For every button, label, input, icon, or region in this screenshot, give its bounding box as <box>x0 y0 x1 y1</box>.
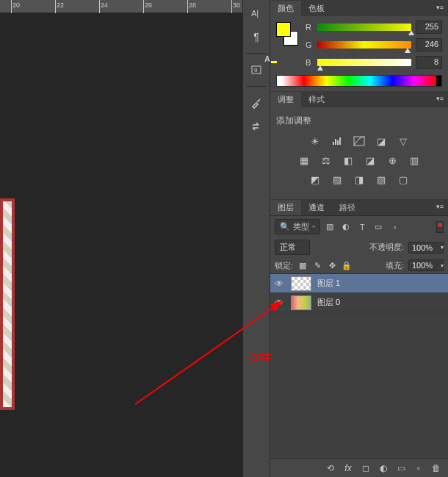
levels-icon[interactable] <box>330 135 344 148</box>
channel-mixer-icon[interactable]: ⊕ <box>385 154 400 167</box>
b-label: B <box>306 58 313 67</box>
ruler-tick-label: 22 <box>57 1 64 9</box>
document-content[interactable] <box>0 198 15 410</box>
tab-channels[interactable]: 通道 <box>301 200 332 215</box>
tab-paths[interactable]: 路径 <box>332 200 363 215</box>
text-color-icon[interactable]: A <box>264 54 277 63</box>
g-value[interactable]: 246 <box>416 38 442 51</box>
ruler-tick-label: 28 <box>189 1 196 9</box>
ruler-tick-label: 26 <box>145 1 152 9</box>
lock-paint-icon[interactable]: ✎ <box>312 260 322 270</box>
layer-row[interactable]: 👁 图层 1 <box>270 274 448 293</box>
tab-adjustments[interactable]: 调整 <box>270 92 301 107</box>
lock-fill-row: 锁定: ▩ ✎ ✥ 🔒 填充: 100% ▾ <box>270 257 448 273</box>
lock-label: 锁定: <box>275 260 293 271</box>
brightness-icon[interactable]: ☀ <box>308 135 322 148</box>
adjust-panel-tabs: 调整 样式 ▾≡ <box>270 91 448 107</box>
visibility-icon[interactable]: 👁 <box>275 298 285 308</box>
r-label: R <box>306 23 313 32</box>
horizontal-ruler[interactable]: 20 22 24 26 28 30 <box>0 0 242 13</box>
layer-row[interactable]: 👁 图层 0 <box>270 293 448 312</box>
filter-shape-icon[interactable]: ▭ <box>372 220 385 234</box>
chevron-down-icon[interactable]: ▾ <box>441 244 444 251</box>
glyphs-icon[interactable]: 9 <box>248 61 265 79</box>
color-lookup-icon[interactable]: ▥ <box>407 154 422 167</box>
balance-icon[interactable]: ⚖ <box>319 154 333 167</box>
ruler-tick-label: 20 <box>12 1 20 9</box>
layers-list[interactable]: 👁 图层 1 👁 图层 0 <box>270 273 448 458</box>
photo-filter-icon[interactable]: ◪ <box>363 154 377 167</box>
blend-mode-select[interactable]: 正常 <box>275 240 310 255</box>
chevron-down-icon[interactable]: ▾ <box>441 262 444 269</box>
filter-type-icon[interactable]: T <box>355 220 369 234</box>
panel-menu-icon[interactable]: ▾≡ <box>435 93 445 104</box>
lock-position-icon[interactable]: ✥ <box>327 260 337 270</box>
opacity-label: 不透明度: <box>369 242 404 253</box>
paragraph-icon[interactable]: ¶ <box>248 28 265 46</box>
layer-thumbnail[interactable] <box>291 295 311 310</box>
color-panel-tabs: 颜色 色板 ▾≡ <box>270 0 448 16</box>
adjustments-panel: 添加调整 ☀ ◪ ▽ ▦ ⚖ ◧ ◪ ⊕ ▥ ◩ ▨ ◨ ▧ ▢ <box>270 107 448 199</box>
lock-all-icon[interactable]: 🔒 <box>342 260 352 270</box>
filter-adjust-icon[interactable]: ◐ <box>339 220 353 234</box>
layers-bottom-bar: ⟲ fx ◻ ◐ ▭ ▫ 🗑 <box>270 458 448 477</box>
swap-icon[interactable] <box>248 118 265 135</box>
bw-icon[interactable]: ◧ <box>341 154 355 167</box>
tab-layers[interactable]: 图层 <box>270 200 301 215</box>
foreground-color-swatch[interactable] <box>276 22 291 37</box>
blend-opacity-row: 正常 ÷ 不透明度: 100% ▾ <box>270 237 448 257</box>
opacity-input[interactable]: 100% <box>408 242 444 254</box>
filter-smart-icon[interactable]: ▫ <box>388 220 401 234</box>
trash-icon[interactable]: 🗑 <box>430 462 442 474</box>
layer-name[interactable]: 图层 1 <box>317 278 340 289</box>
brush-icon[interactable] <box>248 94 265 112</box>
layer-name[interactable]: 图层 0 <box>317 297 340 308</box>
kind-filter[interactable]: 🔍类型÷ <box>275 219 320 234</box>
group-icon[interactable]: ▭ <box>395 462 407 474</box>
fill-input[interactable]: 100% <box>408 259 444 271</box>
filter-pixel-icon[interactable]: ▧ <box>323 220 336 234</box>
adjustment-layer-icon[interactable]: ◐ <box>377 462 389 474</box>
curves-icon[interactable] <box>352 135 366 148</box>
svg-text:A|: A| <box>251 9 259 18</box>
filter-toggle[interactable] <box>436 221 444 233</box>
svg-rect-6 <box>339 137 341 145</box>
mask-icon[interactable]: ◻ <box>360 462 372 474</box>
posterize-icon[interactable]: ▨ <box>330 173 344 186</box>
tab-swatches[interactable]: 色板 <box>301 1 332 16</box>
b-value[interactable]: 8 <box>416 56 442 69</box>
svg-rect-3 <box>333 142 334 145</box>
vibrance-icon[interactable]: ▽ <box>396 135 411 148</box>
fx-icon[interactable]: fx <box>342 462 354 474</box>
r-value[interactable]: 255 <box>416 21 442 34</box>
link-layers-icon[interactable]: ⟲ <box>325 462 336 474</box>
collapsed-panel-strip: A| ¶ 9 <box>242 0 270 477</box>
panel-menu-icon[interactable]: ▾≡ <box>435 201 445 212</box>
g-slider[interactable] <box>317 41 411 49</box>
b-slider[interactable] <box>317 59 411 66</box>
tab-styles[interactable]: 样式 <box>301 92 332 107</box>
color-spectrum[interactable] <box>276 75 442 87</box>
tab-color[interactable]: 颜色 <box>270 1 301 16</box>
selective-color-icon[interactable]: ▢ <box>396 173 411 186</box>
hue-icon[interactable]: ▦ <box>297 154 311 167</box>
threshold-icon[interactable]: ◨ <box>352 173 366 186</box>
layers-filter-row: 🔍类型÷ ▧ ◐ T ▭ ▫ <box>270 215 448 237</box>
visibility-icon[interactable]: 👁 <box>275 279 285 289</box>
panel-column: 颜色 色板 ▾≡ A R 255 G 246 <box>270 0 448 477</box>
layers-panel-tabs: 图层 通道 路径 ▾≡ <box>270 199 448 215</box>
invert-icon[interactable]: ◩ <box>308 173 322 186</box>
character-icon[interactable]: A| <box>248 4 265 22</box>
layer-thumbnail[interactable] <box>291 276 311 291</box>
panel-menu-icon[interactable]: ▾≡ <box>435 2 445 12</box>
adjustments-title: 添加调整 <box>276 115 442 127</box>
fg-bg-swatch[interactable] <box>276 22 300 49</box>
gradient-map-icon[interactable]: ▧ <box>374 173 389 186</box>
svg-rect-7 <box>354 137 364 146</box>
exposure-icon[interactable]: ◪ <box>374 135 389 148</box>
svg-rect-4 <box>335 139 336 145</box>
new-layer-icon[interactable]: ▫ <box>413 462 424 474</box>
lock-transparent-icon[interactable]: ▩ <box>297 260 308 270</box>
canvas-area[interactable]: 20 22 24 26 28 30 <box>0 0 242 477</box>
r-slider[interactable] <box>317 24 411 31</box>
